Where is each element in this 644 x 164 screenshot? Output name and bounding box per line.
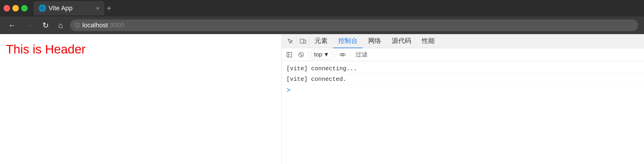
- new-tab-button[interactable]: +: [107, 4, 111, 13]
- tab-elements[interactable]: 元素: [309, 34, 333, 48]
- reload-button[interactable]: ↻: [40, 20, 51, 31]
- svg-marker-5: [289, 54, 291, 55]
- tab-close-button[interactable]: ×: [96, 5, 99, 12]
- toolbar-divider: [309, 51, 309, 58]
- toolbar-divider-3: [351, 51, 351, 58]
- filter-label: 过滤: [353, 49, 370, 60]
- tab-console[interactable]: 控制台: [333, 34, 363, 48]
- console-prompt[interactable]: >: [282, 85, 644, 96]
- title-bar: 🌐 Vite App × +: [0, 0, 644, 16]
- svg-rect-1: [300, 39, 304, 43]
- console-line: [vite] connected.: [282, 74, 644, 85]
- eye-button[interactable]: [337, 51, 348, 58]
- traffic-light-green[interactable]: [21, 5, 28, 11]
- context-selector[interactable]: top ▼: [311, 50, 332, 59]
- top-label: top: [314, 51, 322, 58]
- forward-button[interactable]: →: [23, 20, 35, 31]
- address-bar[interactable]: ⓘ localhost:3000: [70, 19, 638, 31]
- traffic-light-red[interactable]: [4, 5, 10, 11]
- svg-line-7: [300, 53, 302, 56]
- tab-sources[interactable]: 源代码: [386, 34, 416, 48]
- tab-title: Vite App: [49, 4, 73, 12]
- home-button[interactable]: ⌂: [56, 20, 65, 31]
- svg-line-0: [291, 42, 292, 43]
- svg-rect-2: [304, 40, 306, 43]
- console-output: [vite] connecting... [vite] connected. >: [282, 61, 644, 164]
- address-text: localhost:3000: [82, 21, 124, 29]
- svg-point-8: [342, 54, 343, 56]
- device-toolbar-button[interactable]: [297, 37, 309, 46]
- clear-console-button[interactable]: [296, 51, 306, 59]
- devtools-tabs: 元素 控制台 网络 源代码 性能: [282, 34, 644, 48]
- devtools-panel: 元素 控制台 网络 源代码 性能 to: [281, 34, 644, 164]
- traffic-light-yellow[interactable]: [12, 5, 19, 11]
- tab-globe-icon: 🌐: [38, 4, 46, 12]
- page-content: This is Header: [0, 34, 281, 164]
- prompt-caret: >: [286, 86, 291, 94]
- active-tab[interactable]: 🌐 Vite App ×: [34, 1, 104, 15]
- inspect-element-button[interactable]: [284, 37, 297, 46]
- traffic-lights: [4, 5, 28, 11]
- toolbar-divider-2: [334, 51, 335, 58]
- dropdown-icon: ▼: [323, 51, 329, 58]
- sidebar-toggle-button[interactable]: [284, 51, 295, 59]
- tab-performance[interactable]: 性能: [416, 34, 440, 48]
- devtools-toolbar: top ▼ 过滤: [282, 48, 644, 61]
- nav-bar: ← → ↻ ⌂ ⓘ localhost:3000: [0, 16, 644, 34]
- tab-network[interactable]: 网络: [363, 34, 386, 48]
- page-header: This is Header: [6, 42, 275, 56]
- back-button[interactable]: ←: [6, 20, 18, 31]
- main-layout: This is Header 元素 控制台 网络 源代码 性能: [0, 34, 644, 164]
- info-icon: ⓘ: [75, 22, 80, 29]
- tab-bar: 🌐 Vite App × +: [34, 1, 111, 15]
- console-line: [vite] connecting...: [282, 63, 644, 74]
